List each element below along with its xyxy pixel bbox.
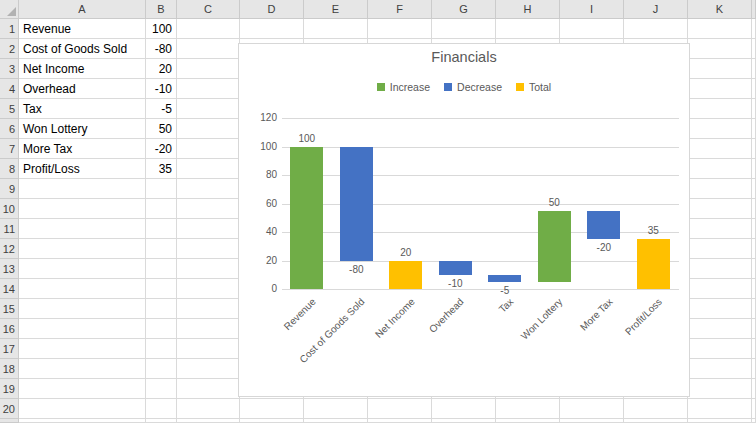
column-header-I[interactable]: I xyxy=(560,0,624,19)
cell-D20[interactable] xyxy=(240,399,304,419)
bar-increase[interactable] xyxy=(538,211,571,282)
select-all-corner[interactable] xyxy=(0,0,19,19)
cell-C20[interactable] xyxy=(177,399,240,419)
cell-A9[interactable] xyxy=(19,179,146,199)
cell-A6[interactable]: Won Lottery xyxy=(19,119,146,139)
row-header-20[interactable]: 20 xyxy=(0,399,19,419)
cell-C12[interactable] xyxy=(177,239,240,259)
cell-K10[interactable] xyxy=(688,199,752,219)
cell-I1[interactable] xyxy=(560,19,624,39)
cell-B3[interactable]: 20 xyxy=(146,59,177,79)
row-header-13[interactable]: 13 xyxy=(0,259,19,279)
row-header-18[interactable]: 18 xyxy=(0,359,19,379)
cell-J20[interactable] xyxy=(624,399,688,419)
cell-K19[interactable] xyxy=(688,379,752,399)
cell-K7[interactable] xyxy=(688,139,752,159)
bar-decrease[interactable] xyxy=(439,261,472,275)
column-header-A[interactable]: A xyxy=(19,0,146,19)
cell-C9[interactable] xyxy=(177,179,240,199)
column-header-J[interactable]: J xyxy=(624,0,688,19)
row-header-4[interactable]: 4 xyxy=(0,79,19,99)
cell-C16[interactable] xyxy=(177,319,240,339)
legend-item-total[interactable]: Total xyxy=(516,81,551,93)
cell-C19[interactable] xyxy=(177,379,240,399)
row-header-12[interactable]: 12 xyxy=(0,239,19,259)
row-header-11[interactable]: 11 xyxy=(0,219,19,239)
cell-K15[interactable] xyxy=(688,299,752,319)
cell-K14[interactable] xyxy=(688,279,752,299)
cell-G20[interactable] xyxy=(432,399,496,419)
cell-A5[interactable]: Tax xyxy=(19,99,146,119)
column-header-H[interactable]: H xyxy=(496,0,560,19)
cell-B5[interactable]: -5 xyxy=(146,99,177,119)
row-header-5[interactable]: 5 xyxy=(0,99,19,119)
bar-total[interactable] xyxy=(637,239,670,289)
cell-H1[interactable] xyxy=(496,19,560,39)
cell-K13[interactable] xyxy=(688,259,752,279)
cell-C13[interactable] xyxy=(177,259,240,279)
cell-C18[interactable] xyxy=(177,359,240,379)
cell-C11[interactable] xyxy=(177,219,240,239)
legend-item-decrease[interactable]: Decrease xyxy=(444,81,502,93)
chart-title[interactable]: Financials xyxy=(239,49,689,65)
row-header-14[interactable]: 14 xyxy=(0,279,19,299)
cell-B1[interactable]: 100 xyxy=(146,19,177,39)
cell-C4[interactable] xyxy=(177,79,240,99)
cell-A19[interactable] xyxy=(19,379,146,399)
cell-C5[interactable] xyxy=(177,99,240,119)
column-header-F[interactable]: F xyxy=(368,0,432,19)
cell-B6[interactable]: 50 xyxy=(146,119,177,139)
cell-A14[interactable] xyxy=(19,279,146,299)
cell-C7[interactable] xyxy=(177,139,240,159)
bar-increase[interactable] xyxy=(290,147,323,290)
cell-A18[interactable] xyxy=(19,359,146,379)
column-header-K[interactable]: K xyxy=(688,0,752,19)
cell-K4[interactable] xyxy=(688,79,752,99)
bar-decrease[interactable] xyxy=(587,211,620,240)
cell-K6[interactable] xyxy=(688,119,752,139)
cell-C17[interactable] xyxy=(177,339,240,359)
cell-A3[interactable]: Net Income xyxy=(19,59,146,79)
column-header-C[interactable]: C xyxy=(177,0,240,19)
cell-H20[interactable] xyxy=(496,399,560,419)
cell-C3[interactable] xyxy=(177,59,240,79)
row-header-1[interactable]: 1 xyxy=(0,19,19,39)
column-header-E[interactable]: E xyxy=(304,0,368,19)
row-header-16[interactable]: 16 xyxy=(0,319,19,339)
cell-K16[interactable] xyxy=(688,319,752,339)
cell-E1[interactable] xyxy=(304,19,368,39)
cell-A8[interactable]: Profit/Loss xyxy=(19,159,146,179)
cell-C15[interactable] xyxy=(177,299,240,319)
cell-B8[interactable]: 35 xyxy=(146,159,177,179)
cell-K3[interactable] xyxy=(688,59,752,79)
row-header-7[interactable]: 7 xyxy=(0,139,19,159)
cell-B2[interactable]: -80 xyxy=(146,39,177,59)
cell-B4[interactable]: -10 xyxy=(146,79,177,99)
cell-C1[interactable] xyxy=(177,19,240,39)
cell-A16[interactable] xyxy=(19,319,146,339)
row-header-17[interactable]: 17 xyxy=(0,339,19,359)
cell-K8[interactable] xyxy=(688,159,752,179)
cell-A4[interactable]: Overhead xyxy=(19,79,146,99)
column-header-B[interactable]: B xyxy=(146,0,177,19)
cell-B20[interactable] xyxy=(146,399,177,419)
column-header-G[interactable]: G xyxy=(432,0,496,19)
cell-A11[interactable] xyxy=(19,219,146,239)
cell-G1[interactable] xyxy=(432,19,496,39)
column-header-D[interactable]: D xyxy=(240,0,304,19)
cell-K11[interactable] xyxy=(688,219,752,239)
legend-item-increase[interactable]: Increase xyxy=(377,81,430,93)
row-header-19[interactable]: 19 xyxy=(0,379,19,399)
cell-J1[interactable] xyxy=(624,19,688,39)
row-header-9[interactable]: 9 xyxy=(0,179,19,199)
cell-B14[interactable] xyxy=(146,279,177,299)
row-header-8[interactable]: 8 xyxy=(0,159,19,179)
row-header-15[interactable]: 15 xyxy=(0,299,19,319)
cell-B17[interactable] xyxy=(146,339,177,359)
cell-B12[interactable] xyxy=(146,239,177,259)
cell-K20[interactable] xyxy=(688,399,752,419)
waterfall-chart[interactable]: Financials IncreaseDecreaseTotal 0204060… xyxy=(238,43,690,397)
cell-B19[interactable] xyxy=(146,379,177,399)
cell-F1[interactable] xyxy=(368,19,432,39)
cell-A2[interactable]: Cost of Goods Sold xyxy=(19,39,146,59)
